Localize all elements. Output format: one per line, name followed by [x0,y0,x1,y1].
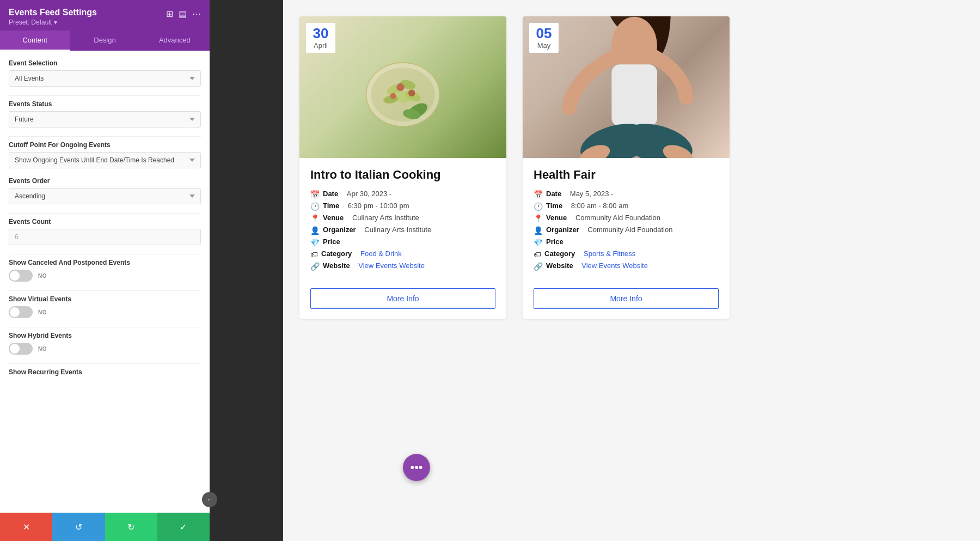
preview-area: 30 April Intro to Italian Cooking 📅 Date… [210,0,980,541]
fab-dots-icon: ••• [410,460,422,475]
events-canvas: 30 April Intro to Italian Cooking 📅 Date… [210,0,980,541]
website-icon: 🔗 [534,262,543,271]
svg-point-7 [396,83,404,91]
category-icon: 🏷 [534,250,541,259]
event-date-badge: 30 April [306,23,335,53]
event-meta: 📅 Date May 5, 2023 - 🕐 Time 8:00 am - 8:… [534,190,719,271]
dark-background-column [210,0,283,541]
tab-design[interactable]: Design [70,31,139,51]
tab-content[interactable]: Content [0,31,70,51]
show-virtual-toggle-label: NO [38,309,47,315]
show-hybrid-toggle-label: NO [38,346,47,352]
show-recurring-label: Show Recurring Events [9,368,201,376]
svg-point-8 [408,90,415,97]
panel-collapse-arrow[interactable]: ← [202,492,217,507]
preset-selector[interactable]: Preset: Default ▾ [9,19,97,26]
event-venue-row: 📍 Venue Community Aid Foundation [534,214,719,223]
show-hybrid-group: Show Hybrid Events NO [9,332,201,355]
show-recurring-group: Show Recurring Events [9,368,201,376]
redo-icon: ↻ [127,522,134,532]
events-order-select[interactable]: Ascending Descending [9,188,201,204]
event-date-day: 30 [313,26,329,40]
tab-advanced[interactable]: Advanced [140,31,210,51]
events-count-group: Events Count [9,218,201,245]
event-category-row: 🏷 Category Food & Drink [310,250,495,259]
event-selection-label: Event Selection [9,59,201,67]
show-canceled-toggle[interactable] [9,270,33,282]
website-icon: 🔗 [310,262,320,271]
clock-icon: 🕐 [310,202,320,211]
show-canceled-toggle-label: NO [38,273,47,279]
cancel-button[interactable]: ✕ [0,513,52,541]
event-price-row: 💎 Price [534,238,719,247]
event-website-link[interactable]: View Events Website [358,262,425,270]
event-website-link[interactable]: View Events Website [581,262,648,270]
layout-icon[interactable]: ▤ [179,9,187,19]
event-time-row: 🕐 Time 6:30 pm - 10:00 pm [310,202,495,211]
event-more-info-button[interactable]: More Info [534,288,719,309]
calendar-icon: 📅 [310,190,320,199]
redo-button[interactable]: ↻ [105,513,157,541]
event-date-month: April [313,41,329,50]
event-organizer-row: 👤 Organizer Community Aid Foundation [534,226,719,235]
event-image-wrap: 05 May [523,16,730,158]
show-virtual-group: Show Virtual Events NO [9,295,201,318]
event-date-row: 📅 Date May 5, 2023 - [534,190,719,199]
event-website-row: 🔗 Website View Events Website [534,262,719,271]
more-options-icon[interactable]: ⋯ [192,9,201,19]
undo-icon: ↺ [75,522,82,532]
events-status-group: Events Status Future [9,100,201,127]
event-title: Health Fair [534,168,719,182]
location-icon: 📍 [534,214,543,223]
svg-point-9 [390,93,396,99]
save-icon: ✓ [180,522,187,532]
settings-panel: Events Feed Settings Preset: Default ▾ ⊞… [0,0,210,541]
show-hybrid-toggle[interactable] [9,343,33,355]
save-button[interactable]: ✓ [157,513,210,541]
price-icon: 💎 [534,238,543,247]
svg-rect-15 [611,64,657,126]
panel-body: Event Selection All Events Events Status… [0,51,210,513]
calendar-icon: 📅 [534,190,543,199]
event-website-row: 🔗 Website View Events Website [310,262,495,271]
event-date-badge: 05 May [529,23,559,53]
event-image-wrap: 30 April [299,16,506,158]
events-count-label: Events Count [9,218,201,226]
event-selection-select[interactable]: All Events [9,70,201,87]
panel-tabs: Content Design Advanced [0,31,210,51]
event-time-row: 🕐 Time 8:00 am - 8:00 am [534,202,719,211]
event-title: Intro to Italian Cooking [310,168,495,182]
fullscreen-icon[interactable]: ⊞ [166,9,173,19]
show-canceled-group: Show Canceled And Postponed Events NO [9,259,201,282]
header-icons: ⊞ ▤ ⋯ [166,9,201,19]
events-order-label: Events Order [9,177,201,185]
event-more-info-button[interactable]: More Info [310,288,495,309]
show-virtual-toggle[interactable] [9,306,33,318]
events-cards-container: 30 April Intro to Italian Cooking 📅 Date… [283,0,980,541]
clock-icon: 🕐 [534,202,543,211]
show-hybrid-label: Show Hybrid Events [9,332,201,339]
events-count-input[interactable] [9,229,201,245]
event-date-day: 05 [536,26,552,40]
panel-title: Events Feed Settings [9,8,97,17]
undo-button[interactable]: ↺ [52,513,105,541]
event-date-row: 📅 Date Apr 30, 2023 - [310,190,495,199]
events-status-select[interactable]: Future [9,111,201,127]
cutoff-select[interactable]: Show Ongoing Events Until End Date/Time … [9,152,201,168]
event-card: 30 April Intro to Italian Cooking 📅 Date… [299,16,506,319]
panel-header: Events Feed Settings Preset: Default ▾ ⊞… [0,0,210,31]
event-category-link[interactable]: Food & Drink [360,250,402,258]
event-category-link[interactable]: Sports & Fitness [584,250,635,258]
show-canceled-label: Show Canceled And Postponed Events [9,259,201,266]
fab-more-options[interactable]: ••• [403,454,430,481]
event-card: 05 May Health Fair 📅 Date May 5, 2023 - … [523,16,730,319]
event-card-body: Intro to Italian Cooking 📅 Date Apr 30, … [299,158,506,281]
price-icon: 💎 [310,238,320,247]
events-order-group: Events Order Ascending Descending [9,177,201,204]
show-virtual-label: Show Virtual Events [9,295,201,303]
panel-bottom-bar: ✕ ↺ ↻ ✓ [0,513,210,541]
event-organizer-row: 👤 Organizer Culinary Arts Institute [310,226,495,235]
event-date-month: May [536,41,552,50]
event-venue-row: 📍 Venue Culinary Arts Institute [310,214,495,223]
event-price-row: 💎 Price [310,238,495,247]
